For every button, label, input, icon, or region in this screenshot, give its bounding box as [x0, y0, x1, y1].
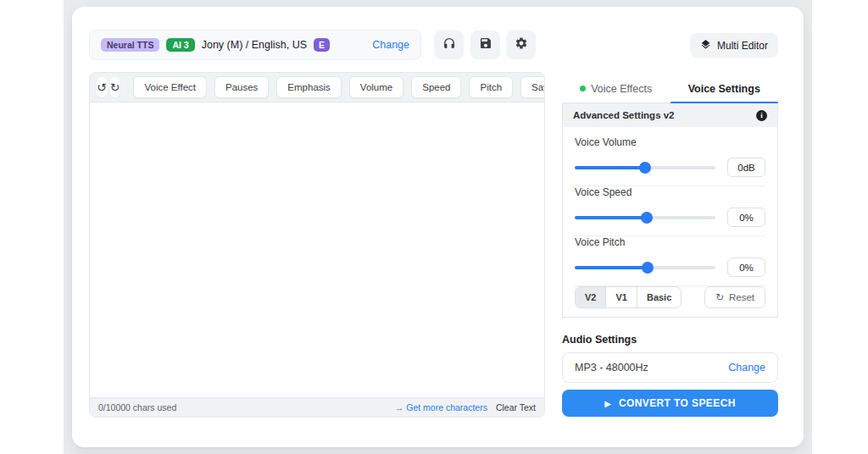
tab-voice-settings[interactable]: Voice Settings: [670, 75, 779, 102]
audio-format-value: MP3 - 48000Hz: [575, 362, 648, 374]
multi-editor-label: Multi Editor: [717, 40, 768, 52]
tab-voice-settings-label: Voice Settings: [688, 83, 760, 95]
characters-used-counter: 0/10000 chars used: [98, 402, 176, 412]
audio-format-box: MP3 - 48000Hz Change: [562, 352, 778, 383]
slider-fill: [575, 166, 645, 169]
settings-version-row: V2V1Basic ↻ Reset: [563, 277, 777, 317]
convert-to-speech-button[interactable]: ▶ CONVERT TO SPEECH: [562, 390, 778, 417]
voice-selection-bar: Neural TTS AI 3 Jony (M) / English, US E…: [89, 30, 421, 60]
editor-toolbar: ↺ ↻ Voice EffectPausesEmphasisVolumeSpee…: [90, 73, 544, 102]
audio-change-link[interactable]: Change: [728, 362, 765, 374]
voice-pitch-label: Voice Pitch: [575, 236, 765, 248]
toolbar-button-speed[interactable]: Speed: [411, 76, 461, 98]
voice-speed-slider[interactable]: [575, 216, 715, 219]
version-switcher: V2V1Basic: [575, 286, 682, 308]
voice-volume-group: Voice Volume 0dB: [563, 127, 777, 177]
reset-button[interactable]: ↻ Reset: [704, 286, 765, 308]
language-badge: E: [314, 38, 330, 53]
green-status-dot: [580, 86, 586, 91]
version-segment-v2[interactable]: V2: [576, 287, 606, 307]
tab-voice-effects-label: Voice Effects: [591, 83, 652, 95]
convert-button-label: CONVERT TO SPEECH: [619, 397, 736, 409]
ai-version-badge: AI 3: [166, 38, 194, 53]
clear-text-button[interactable]: Clear Text: [496, 402, 536, 412]
tab-voice-effects[interactable]: Voice Effects: [562, 75, 670, 102]
preview-audio-button[interactable]: [434, 30, 464, 59]
reset-label: Reset: [729, 292, 754, 302]
save-button[interactable]: [470, 30, 500, 59]
toolbar-button-pauses[interactable]: Pauses: [214, 76, 269, 98]
slider-fill: [575, 216, 647, 219]
voice-volume-label: Voice Volume: [575, 136, 765, 148]
toolbar-button-group: Voice EffectPausesEmphasisVolumeSpeedPit…: [133, 76, 545, 98]
layers-icon: [700, 39, 711, 53]
voice-volume-value: 0dB: [727, 158, 765, 177]
voice-speed-group: Voice Speed 0%: [563, 177, 777, 227]
get-more-characters-link[interactable]: → Get more characters: [395, 402, 487, 412]
voice-speed-value: 0%: [727, 208, 765, 227]
advanced-settings-header: Advanced Settings v2 i: [563, 103, 777, 127]
editor-footer: 0/10000 chars used → Get more characters…: [90, 397, 544, 417]
change-voice-link[interactable]: Change: [372, 39, 409, 51]
slider-thumb[interactable]: [642, 262, 654, 274]
settings-button[interactable]: [506, 30, 536, 59]
advanced-settings-title: Advanced Settings v2: [573, 110, 675, 120]
info-icon[interactable]: i: [756, 110, 767, 121]
voice-pitch-value: 0%: [727, 257, 765, 277]
tts-editor-card: Neural TTS AI 3 Jony (M) / English, US E…: [72, 7, 804, 447]
voice-volume-slider[interactable]: [575, 166, 715, 169]
headphones-icon: [442, 36, 456, 53]
play-icon: ▶: [604, 399, 611, 408]
undo-button[interactable]: ↺: [97, 77, 107, 97]
neural-tts-badge: Neural TTS: [101, 38, 159, 53]
toolbar-button-say-as[interactable]: Say as: [520, 76, 545, 98]
undo-icon: ↺: [97, 80, 107, 94]
version-segment-v1[interactable]: V1: [606, 287, 637, 307]
save-icon: [479, 36, 492, 53]
voice-pitch-slider[interactable]: [575, 266, 715, 269]
gear-icon: [515, 36, 528, 53]
text-editor: ↺ ↻ Voice EffectPausesEmphasisVolumeSpee…: [89, 72, 545, 418]
text-input-area[interactable]: [90, 102, 544, 397]
voice-pitch-group: Voice Pitch 0%: [563, 227, 777, 277]
voice-speed-label: Voice Speed: [575, 186, 765, 198]
redo-icon: ↻: [110, 80, 120, 94]
slider-fill: [575, 266, 648, 269]
refresh-icon: ↻: [715, 291, 724, 303]
slider-thumb[interactable]: [639, 162, 651, 174]
toolbar-button-volume[interactable]: Volume: [349, 76, 403, 98]
version-segment-basic[interactable]: Basic: [637, 287, 681, 307]
toolbar-button-pitch[interactable]: Pitch: [469, 76, 513, 98]
panel-tabs: Voice Effects Voice Settings: [562, 75, 778, 103]
toolbar-button-emphasis[interactable]: Emphasis: [276, 76, 342, 98]
toolbar-button-voice-effect[interactable]: Voice Effect: [133, 76, 207, 98]
selected-voice-name: Jony (M) / English, US: [202, 39, 307, 51]
audio-settings-title: Audio Settings: [562, 334, 637, 346]
multi-editor-button[interactable]: Multi Editor: [690, 33, 778, 58]
redo-button[interactable]: ↻: [110, 77, 120, 97]
slider-thumb[interactable]: [641, 212, 653, 224]
advanced-settings-panel: Advanced Settings v2 i Voice Volume 0dB …: [562, 103, 778, 318]
